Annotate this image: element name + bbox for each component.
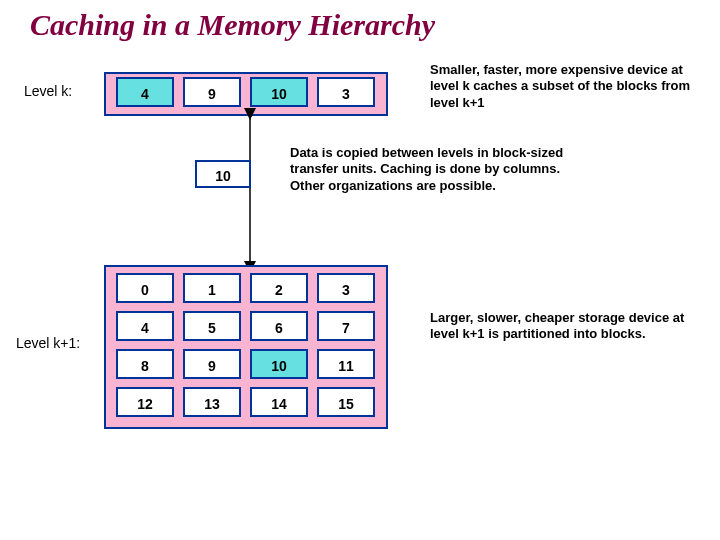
memory-cell: 8 <box>116 349 174 379</box>
memory-cell: 5 <box>183 311 241 341</box>
memory-cell: 13 <box>183 387 241 417</box>
memory-cell: 0 <box>116 273 174 303</box>
memory-cell: 12 <box>116 387 174 417</box>
memory-cell: 2 <box>250 273 308 303</box>
note-memory: Larger, slower, cheaper storage device a… <box>430 310 690 343</box>
memory-cell: 3 <box>317 273 375 303</box>
transfer-block: 10 <box>195 160 251 188</box>
level-k1-label: Level k+1: <box>16 335 80 351</box>
memory-cell: 4 <box>116 311 174 341</box>
memory-cell: 1 <box>183 273 241 303</box>
note-transfer: Data is copied between levels in block-s… <box>290 145 570 194</box>
cache-cell: 4 <box>116 77 174 107</box>
note-cache: Smaller, faster, more expensive device a… <box>430 62 700 111</box>
cache-cell: 10 <box>250 77 308 107</box>
memory-cell: 7 <box>317 311 375 341</box>
cache-cell: 9 <box>183 77 241 107</box>
memory-cell: 11 <box>317 349 375 379</box>
cache-cell: 3 <box>317 77 375 107</box>
memory-cell: 10 <box>250 349 308 379</box>
memory-cell: 9 <box>183 349 241 379</box>
memory-cell: 15 <box>317 387 375 417</box>
level-k-label: Level k: <box>24 83 72 99</box>
memory-cell: 6 <box>250 311 308 341</box>
page-title: Caching in a Memory Hierarchy <box>30 8 435 42</box>
memory-cell: 14 <box>250 387 308 417</box>
transfer-arrow <box>244 112 256 272</box>
